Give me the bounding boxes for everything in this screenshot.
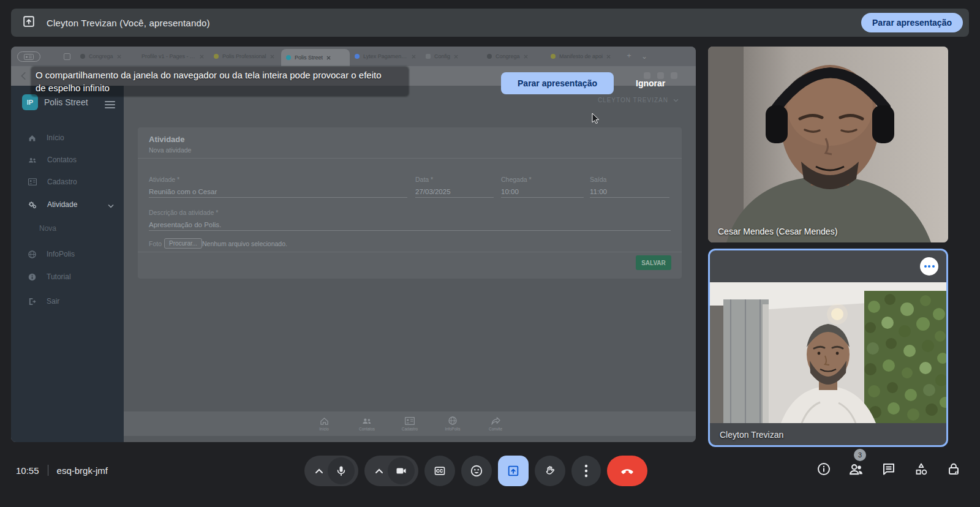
home-icon (28, 134, 36, 142)
reactions-button[interactable] (461, 456, 492, 486)
globe-icon (448, 416, 457, 425)
save-button: SALVAR (636, 255, 671, 270)
stop-presenting-button-overlay[interactable]: Parar apresentação (501, 72, 614, 94)
browser-profile-icon (17, 51, 40, 62)
chat-button[interactable] (881, 461, 897, 477)
host-controls-button[interactable] (946, 461, 962, 477)
meeting-panels: 3 (816, 461, 962, 477)
sidebar-item-contatos: Contatos (11, 152, 124, 167)
footer-item-cadastro: Cadastro (396, 417, 424, 431)
mic-button[interactable] (328, 457, 355, 484)
call-controls (304, 456, 647, 486)
participant-tile-cesar[interactable]: Cesar Mendes (Cesar Mendes) (708, 47, 948, 242)
no-file-text: Nenhum arquivo selecionado. (202, 240, 287, 247)
pinned-tab-icon (64, 53, 70, 60)
tab-favicon (487, 54, 492, 59)
camera-button[interactable] (388, 457, 415, 484)
participant-video (708, 47, 948, 242)
meeting-code: esq-brgk-jmf (57, 465, 108, 476)
id-card-icon (405, 417, 415, 425)
divider (48, 465, 48, 476)
descricao-field: Apresentação do Polis. (149, 221, 221, 228)
activities-button[interactable] (913, 461, 929, 477)
tab-close-icon (454, 54, 458, 59)
participant-tile-cleyton[interactable]: Cleyton Trevizan (708, 249, 948, 447)
vertical-dots-icon (584, 464, 588, 478)
presenting-banner: Cleyton Trevizan (Você, apresentando) Pa… (11, 9, 969, 37)
captions-button[interactable] (424, 456, 455, 486)
browser-tab: Lytex Pagamentos (350, 47, 421, 66)
people-icon (28, 156, 37, 164)
camera-icon (394, 465, 408, 477)
tab-close-icon (412, 54, 416, 59)
camera-control (364, 456, 418, 486)
present-screen-icon (507, 464, 520, 478)
sidebar-item-inicio: Início (11, 130, 124, 145)
phone-down-icon (619, 463, 635, 479)
tab-close-icon (200, 54, 204, 59)
chegada-field: 10:00 (501, 188, 519, 195)
sidebar-item-atividade: Atividade (11, 197, 124, 212)
raised-hand-icon (544, 464, 556, 478)
tab-close-icon (117, 54, 121, 59)
activities-shapes-icon (914, 462, 929, 476)
footer-item-contatos: Contatos (353, 417, 381, 431)
shared-screen-preview: Congrega Profile v1 - Pages - Ap Polis P… (11, 47, 696, 442)
browser-tab: Polis Professional (209, 47, 281, 66)
raise-hand-button[interactable] (535, 456, 565, 486)
sidebar-item-sair: Sair (11, 294, 124, 309)
browser-tab: Manifesto de apoi (546, 47, 617, 66)
participant-video (710, 282, 946, 423)
field-label: Saída (590, 176, 606, 183)
presenter-label: Cleyton Trevizan (Você, apresentando) (47, 18, 210, 28)
chevron-down-icon (673, 99, 679, 102)
google-meet-window: Cleyton Trevizan (Você, apresentando) Pa… (0, 0, 980, 507)
tile-more-options-button[interactable] (920, 257, 938, 276)
participants-button[interactable]: 3 (848, 461, 864, 477)
browser-tab-strip: Congrega Profile v1 - Pages - Ap Polis P… (11, 47, 696, 66)
present-button-active[interactable] (498, 456, 529, 486)
field-label: Data * (415, 176, 433, 183)
tab-close-icon (270, 54, 274, 59)
field-label: Atividade * (149, 176, 179, 183)
microphone-icon (335, 465, 347, 477)
field-label: Descrição da atividade * (149, 209, 218, 216)
ignore-button[interactable]: Ignorar (630, 72, 671, 94)
present-screen-icon (22, 15, 36, 31)
browser-tab: Config (421, 47, 482, 66)
activity-form-card: Atividade Nova atividade Atividade * Reu… (138, 127, 682, 279)
camera-options-chevron-icon[interactable] (372, 468, 386, 474)
browser-tab: Congrega (75, 47, 137, 66)
mic-control (304, 456, 358, 486)
participant-name: Cesar Mendes (Cesar Mendes) (718, 227, 837, 236)
tab-close-icon (326, 56, 331, 60)
end-call-button[interactable] (607, 456, 647, 486)
field-label: Chegada * (501, 176, 532, 183)
home-icon (320, 417, 329, 425)
browse-file-button: Procurar... (164, 238, 202, 249)
footer-item-inicio: Início (310, 417, 338, 431)
browser-tab: Profile v1 - Pages - Ap (137, 47, 209, 66)
browser-tab-active: Polis Street (281, 49, 350, 66)
meeting-info: 10:55 esq-brgk-jmf (16, 465, 108, 476)
more-options-button[interactable] (571, 456, 601, 486)
captions-icon (433, 465, 447, 477)
id-card-icon (28, 178, 37, 186)
extension-icon (671, 72, 677, 79)
app-footer-nav: Início Contatos Cadastro InfoPolis (124, 411, 696, 436)
sidebar-item-cadastro: Cadastro (11, 175, 124, 189)
chat-icon (881, 462, 896, 476)
lock-icon (946, 462, 961, 476)
meeting-details-button[interactable] (816, 461, 832, 477)
clock-time: 10:55 (16, 465, 39, 476)
new-tab-icon: ＋ (625, 50, 633, 61)
mouse-cursor (592, 113, 600, 126)
info-circle-icon (28, 273, 36, 281)
participants-count-badge: 3 (854, 449, 866, 461)
stop-presenting-button-top[interactable]: Parar apresentação (861, 13, 963, 32)
app-sidebar: IP Polis Street Início Contatos Cadastro (11, 86, 124, 442)
tab-favicon (355, 54, 360, 59)
browser-tab: Congrega (482, 47, 546, 66)
smiley-icon (470, 464, 483, 478)
mic-options-chevron-icon[interactable] (312, 468, 326, 474)
